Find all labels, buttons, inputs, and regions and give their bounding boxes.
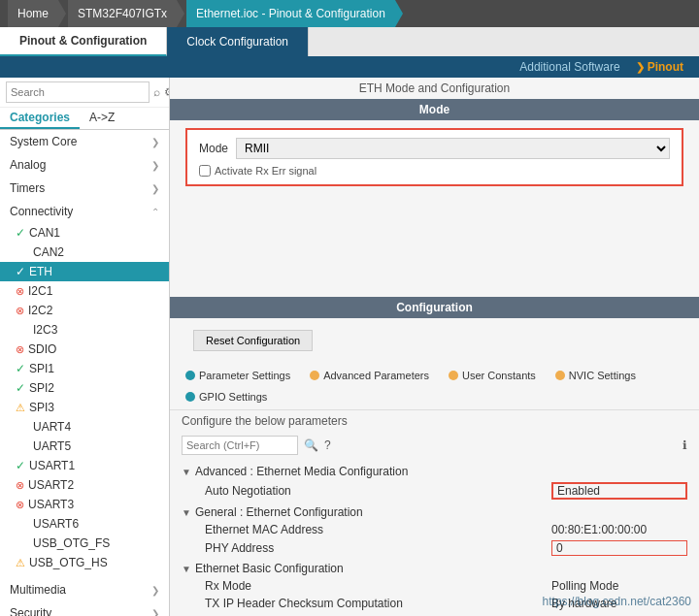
sidebar-tab-categories[interactable]: Categories (0, 108, 80, 129)
eth-mode-label: ETH Mode and Configuration (170, 78, 699, 99)
sidebar-item-sdio[interactable]: ⊗ SDIO (0, 340, 169, 359)
sub-tab-additional[interactable]: Additional Software (512, 60, 627, 74)
breadcrumb-home[interactable]: Home (8, 0, 58, 27)
sub-tab-pinout[interactable]: ❯ Pinout (628, 60, 691, 74)
main-tab-row: Pinout & Configuration Clock Configurati… (0, 27, 699, 56)
param-row-mac-address: Ethernet MAC Address 00:80:E1:00:00:00 (182, 521, 687, 538)
sidebar-item-uart4[interactable]: UART4 (0, 417, 169, 437)
tab-dot (310, 371, 319, 380)
check-icon: ✓ (16, 265, 25, 278)
chevron-down-icon: ▼ (182, 467, 191, 477)
tab-clock[interactable]: Clock Configuration (167, 27, 309, 56)
sidebar-item-usb-otg-hs[interactable]: ⚠ USB_OTG_HS (0, 553, 169, 572)
mode-section-header: Mode (170, 99, 699, 120)
sidebar-item-multimedia[interactable]: Multimedia ❯ (0, 578, 169, 601)
configure-label: Configure the below parameters (170, 410, 699, 432)
error-icon: ⊗ (16, 305, 24, 317)
error-icon: ⊗ (16, 343, 24, 356)
sidebar-item-timers[interactable]: Timers ❯ (0, 177, 169, 200)
sidebar-item-can2[interactable]: CAN2 (0, 243, 169, 262)
sidebar-item-usart3[interactable]: ⊗ USART3 (0, 495, 169, 514)
check-icon: ✓ (16, 381, 25, 395)
check-icon: ✓ (16, 226, 25, 240)
parameter-tabs: Parameter Settings Advanced Parameters U… (170, 363, 699, 410)
tab-user-constants[interactable]: User Constants (441, 367, 544, 384)
sidebar-item-security[interactable]: Security ❯ (0, 601, 169, 616)
param-row-rx-mode: Rx Mode Polling Mode (182, 577, 687, 595)
main-layout: ⌕ ⚙ Categories A->Z System Core ❯ Analog… (0, 78, 699, 616)
sub-tab-row: Additional Software ❯ Pinout (0, 56, 699, 78)
param-group-basic-header[interactable]: ▼ Ethernet Basic Configuration (182, 560, 687, 577)
reset-configuration-button[interactable]: Reset Configuration (193, 330, 313, 351)
sidebar-item-analog[interactable]: Analog ❯ (0, 153, 169, 177)
tab-pinout[interactable]: Pinout & Configuration (0, 27, 167, 56)
param-row-phy-address: PHY Address 0 (182, 538, 687, 558)
sidebar-item-can1[interactable]: ✓ CAN1 (0, 223, 169, 243)
sidebar-item-i2c1[interactable]: ⊗ I2C1 (0, 281, 169, 301)
warning-icon: ⚠ (16, 557, 25, 569)
sidebar-category-tabs: Categories A->Z (0, 108, 169, 130)
sidebar-item-usart2[interactable]: ⊗ USART2 (0, 475, 169, 495)
config-section-header: Configuration (170, 297, 699, 318)
watermark: https://blog.csdn.net/cat2360 (543, 595, 691, 608)
rx-err-checkbox-row: Activate Rx Err signal (199, 165, 670, 177)
param-row-auto-negotiation: Auto Negotiation Enabled (182, 480, 687, 502)
breadcrumb-file[interactable]: Ethernet.ioc - Pinout & Configuration (186, 0, 395, 27)
sidebar-item-i2c3[interactable]: I2C3 (0, 320, 169, 340)
param-group-advanced-header[interactable]: ▼ Advanced : Ethernet Media Configuratio… (182, 463, 687, 480)
config-search-input[interactable] (182, 436, 298, 455)
search-icon: ⌕ (153, 85, 160, 99)
search-icon: 🔍 (304, 438, 318, 452)
mac-address-value: 00:80:E1:00:00:00 (551, 523, 687, 536)
sidebar-item-spi1[interactable]: ✓ SPI1 (0, 359, 169, 378)
sidebar-item-spi2[interactable]: ✓ SPI2 (0, 378, 169, 398)
sidebar-item-usart6[interactable]: USART6 (0, 514, 169, 534)
param-group-general-header[interactable]: ▼ General : Ethernet Configuration (182, 503, 687, 521)
sidebar-item-uart5[interactable]: UART5 (0, 437, 169, 456)
param-group-advanced: ▼ Advanced : Ethernet Media Configuratio… (182, 463, 687, 502)
mode-box: Mode RMII MII Activate Rx Err signal (185, 128, 683, 186)
tab-parameter-settings[interactable]: Parameter Settings (178, 367, 298, 384)
sidebar-item-connectivity[interactable]: Connectivity ⌃ (0, 200, 169, 223)
breadcrumb-device[interactable]: STM32F407IGTx (68, 0, 177, 27)
phy-address-value: 0 (551, 540, 687, 556)
help-icon[interactable]: ? (324, 438, 331, 452)
mode-dropdown[interactable]: RMII MII (236, 138, 670, 159)
auto-negotiation-value: Enabled (551, 482, 687, 500)
breadcrumb-bar: Home STM32F407IGTx Ethernet.ioc - Pinout… (0, 0, 699, 27)
sidebar-search-input[interactable] (6, 81, 150, 103)
sidebar-item-system-core[interactable]: System Core ❯ (0, 130, 169, 153)
rx-err-checkbox[interactable] (199, 165, 211, 177)
sidebar-tab-az[interactable]: A->Z (80, 108, 124, 129)
chevron-down-icon: ▼ (182, 564, 191, 574)
content-area: ETH Mode and Configuration Mode Mode RMI… (170, 78, 699, 616)
chevron-down-icon: ▼ (182, 507, 191, 518)
sidebar-search-row: ⌕ ⚙ (0, 78, 169, 108)
tab-dot (555, 371, 565, 380)
mode-select-row: Mode RMII MII (199, 138, 670, 159)
sidebar-item-eth[interactable]: ✓ ETH (0, 262, 169, 281)
warning-icon: ⚠ (16, 402, 25, 414)
sidebar: ⌕ ⚙ Categories A->Z System Core ❯ Analog… (0, 78, 170, 616)
sidebar-item-i2c2[interactable]: ⊗ I2C2 (0, 301, 169, 320)
chevron-right-icon: ❯ (151, 585, 159, 596)
tab-nvic-settings[interactable]: NVIC Settings (548, 367, 644, 384)
config-search-row: 🔍 ? ℹ (170, 432, 699, 459)
check-icon: ✓ (16, 362, 25, 375)
chevron-right-icon: ❯ (151, 608, 159, 617)
mode-label: Mode (199, 142, 228, 155)
tab-gpio-settings[interactable]: GPIO Settings (178, 388, 275, 405)
error-icon: ⊗ (16, 285, 24, 298)
param-group-general: ▼ General : Ethernet Configuration Ether… (182, 503, 687, 558)
sidebar-item-usart1[interactable]: ✓ USART1 (0, 456, 169, 475)
chevron-right-icon: ❯ (151, 160, 159, 171)
info-icon: ℹ (682, 438, 687, 452)
tab-advanced-parameters[interactable]: Advanced Parameters (302, 367, 437, 384)
reset-btn-row: Reset Configuration (170, 318, 699, 363)
sidebar-item-spi3[interactable]: ⚠ SPI3 (0, 398, 169, 417)
sidebar-item-usb-otg-fs[interactable]: USB_OTG_FS (0, 534, 169, 553)
parameter-tree: ▼ Advanced : Ethernet Media Configuratio… (170, 459, 699, 616)
chevron-right-icon: ❯ (151, 137, 159, 147)
chevron-down-icon: ⌃ (151, 207, 159, 217)
error-icon: ⊗ (16, 479, 24, 492)
